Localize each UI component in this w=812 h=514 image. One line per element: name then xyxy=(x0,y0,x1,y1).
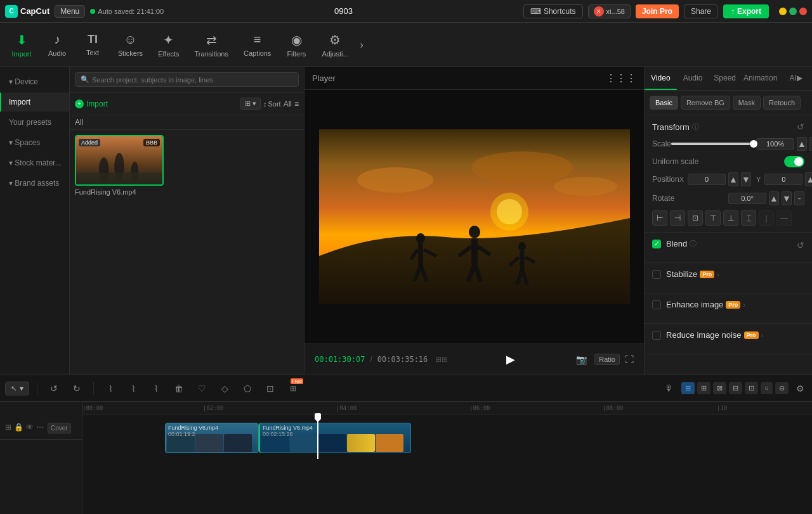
more-tools-icon[interactable]: › xyxy=(358,37,366,53)
tl-ctrl-5[interactable]: ⊡ xyxy=(745,382,758,394)
position-y-input[interactable]: 0 xyxy=(764,174,802,185)
blend-reset-icon[interactable]: ↺ xyxy=(797,240,804,250)
tool-captions[interactable]: ≡ Captions xyxy=(237,29,277,61)
import-button[interactable]: + Import xyxy=(75,100,108,108)
align-center-v[interactable]: ⊥ xyxy=(723,210,738,226)
tool-stickers[interactable]: ☺ Stickers xyxy=(112,29,149,61)
rotate-minus[interactable]: - xyxy=(794,191,804,205)
window-minimize[interactable] xyxy=(779,8,787,15)
tl-mic-icon[interactable]: 🎙 xyxy=(662,381,676,396)
tl-heart[interactable]: ♡ xyxy=(193,380,211,397)
list-item[interactable]: Added BBB FundRising V6.mp4 xyxy=(75,135,164,369)
pos-y-step-up[interactable]: ▲ xyxy=(805,172,812,186)
tl-split[interactable]: ⌇ xyxy=(102,380,119,397)
align-left[interactable]: ⊢ xyxy=(652,210,667,226)
clip-1[interactable]: FundRising V6.mp4 00:01:19:2 xyxy=(165,423,259,453)
filter-options-icon[interactable]: ≡ xyxy=(294,100,299,108)
tl-diamond[interactable]: ◇ xyxy=(216,380,233,397)
tool-effects[interactable]: ✦ Effects xyxy=(152,29,185,61)
reduce-noise-checkbox-row[interactable]: Reduce image noise Pro › xyxy=(652,330,763,340)
position-x-input[interactable]: 0 xyxy=(688,174,726,185)
screenshot-button[interactable]: 📷 xyxy=(573,352,589,367)
sort-button[interactable]: ↕ Sort xyxy=(263,100,281,108)
tl-split-3[interactable]: ⌇ xyxy=(147,380,165,397)
tl-ctrl-1[interactable]: ⊞ xyxy=(681,382,695,394)
align-top[interactable]: ⊤ xyxy=(705,210,721,226)
grid-view-button[interactable]: ⊞ ▾ xyxy=(240,98,261,110)
tool-import[interactable]: ⬇ Import xyxy=(5,29,38,61)
scale-slider[interactable] xyxy=(671,143,754,145)
tl-ctrl-7[interactable]: ⊖ xyxy=(775,382,789,394)
tl-undo[interactable]: ↺ xyxy=(45,380,63,397)
tab-video[interactable]: Video xyxy=(645,67,677,90)
tl-ctrl-4[interactable]: ⊟ xyxy=(729,382,742,394)
tl-split-2[interactable]: ⌇ xyxy=(124,380,142,397)
shortcuts-button[interactable]: ⌨ Shortcuts xyxy=(523,4,583,18)
play-button[interactable]: ▶ xyxy=(501,349,521,369)
share-button[interactable]: Share xyxy=(684,4,718,18)
tab-animation[interactable]: Animation xyxy=(741,67,780,90)
sidebar-item-stock-material[interactable]: ▾ Stock mater... xyxy=(0,153,69,172)
tab-ai[interactable]: AI▶ xyxy=(780,67,812,90)
subtab-basic[interactable]: Basic xyxy=(650,96,678,110)
tl-settings-icon[interactable]: ⚙ xyxy=(794,381,807,396)
sidebar-item-device[interactable]: ▾ Device xyxy=(0,72,69,91)
transform-reset-icon[interactable]: ↺ xyxy=(797,122,804,132)
clip-2[interactable]: FundRising V6.mp4 00:02:15:26 xyxy=(259,423,411,453)
ratio-button[interactable]: Ratio xyxy=(594,354,620,365)
enhance-checkbox-row[interactable]: Enhance image Pro › xyxy=(652,300,745,309)
pos-x-step-up[interactable]: ▲ xyxy=(728,172,738,186)
tab-speed[interactable]: Speed xyxy=(709,67,741,90)
stabilize-checkbox[interactable] xyxy=(652,270,661,279)
rotate-step-up[interactable]: ▲ xyxy=(769,191,779,205)
sidebar-item-import[interactable]: Import xyxy=(0,93,69,112)
pos-x-step-down[interactable]: ▼ xyxy=(741,172,751,186)
subtab-retouch[interactable]: Retouch xyxy=(763,96,801,110)
menu-button[interactable]: Menu xyxy=(55,5,85,18)
tl-pentagon[interactable]: ⬠ xyxy=(239,380,256,397)
tl-redo[interactable]: ↻ xyxy=(68,380,86,397)
rotate-step-down[interactable]: ▼ xyxy=(782,191,792,205)
align-bottom[interactable]: ⌶ xyxy=(741,210,756,226)
tool-select[interactable]: ↖ ▾ xyxy=(5,382,29,395)
blend-checkbox-row[interactable]: ✓ Blend ⓘ xyxy=(652,239,697,248)
align-right[interactable]: ⊡ xyxy=(688,210,703,226)
search-input[interactable] xyxy=(92,76,293,84)
enhance-checkbox[interactable] xyxy=(652,300,661,309)
subtab-mask[interactable]: Mask xyxy=(733,96,761,110)
scale-input[interactable]: 100% xyxy=(756,138,794,150)
sidebar-item-your-presets[interactable]: Your presets xyxy=(0,113,69,132)
tool-transitions[interactable]: ⇄ Transitions xyxy=(188,29,235,61)
subtab-remove-bg[interactable]: Remove BG xyxy=(681,96,730,110)
scale-step-down[interactable]: ▼ xyxy=(809,137,812,151)
scale-slider-thumb[interactable] xyxy=(750,140,757,148)
tool-filters[interactable]: ◉ Filters xyxy=(280,29,313,61)
reduce-noise-checkbox[interactable] xyxy=(652,331,661,340)
rotate-input[interactable]: 0.0° xyxy=(728,193,766,204)
export-button[interactable]: ↑ Export xyxy=(723,4,769,18)
tl-free[interactable]: ⊞ Free xyxy=(284,380,302,397)
tl-delete[interactable]: 🗑 xyxy=(170,380,188,397)
tab-audio[interactable]: Audio xyxy=(677,67,709,90)
track-lock-icon[interactable]: 🔒 xyxy=(14,423,23,432)
track-eye-icon[interactable]: 👁 xyxy=(26,423,34,432)
track-more-icon[interactable]: ⋯ xyxy=(36,423,44,432)
window-close[interactable] xyxy=(799,8,807,15)
scale-step-up[interactable]: ▲ xyxy=(797,137,807,151)
track-btn-1[interactable]: ⊞ xyxy=(5,423,11,432)
window-maximize[interactable] xyxy=(789,8,797,15)
player-menu-icon[interactable]: ⋮⋮⋮ xyxy=(606,72,636,84)
tl-ctrl-3[interactable]: ⊠ xyxy=(713,382,726,394)
align-center-h[interactable]: ⊣ xyxy=(670,210,685,226)
tool-audio[interactable]: ♪ Audio xyxy=(41,29,74,61)
join-pro-button[interactable]: Join Pro xyxy=(636,4,679,18)
tl-ctrl-6[interactable]: ○ xyxy=(761,382,773,394)
tl-crop[interactable]: ⊡ xyxy=(261,380,279,397)
tool-text[interactable]: TI Text xyxy=(76,29,109,60)
uniform-scale-toggle[interactable] xyxy=(784,156,804,167)
blend-checkbox[interactable]: ✓ xyxy=(652,240,661,248)
search-box[interactable]: 🔍 xyxy=(75,72,299,87)
sidebar-item-brand-assets[interactable]: ▾ Brand assets xyxy=(0,174,69,193)
tool-adjust[interactable]: ⚙ Adjusti... xyxy=(315,29,355,61)
sidebar-item-spaces[interactable]: ▾ Spaces xyxy=(0,133,69,152)
